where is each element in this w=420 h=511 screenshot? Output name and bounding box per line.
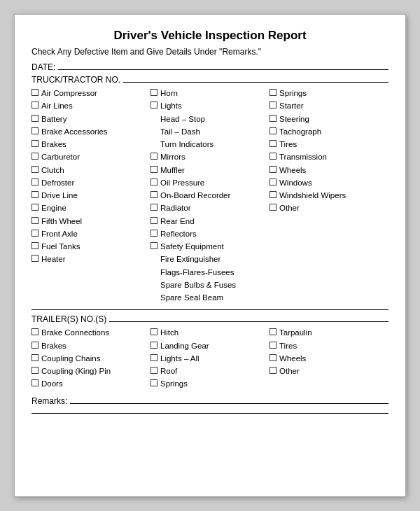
truck-col2: HornLightsHead – StopTail – DashTurn Ind… bbox=[150, 88, 270, 304]
checkbox[interactable] bbox=[150, 89, 158, 96]
checkbox[interactable] bbox=[31, 140, 38, 147]
list-item: Turn Indicators bbox=[150, 139, 270, 150]
list-item: On-Board Recorder bbox=[150, 190, 270, 202]
item-label: Air Compressor bbox=[41, 88, 97, 99]
checkbox[interactable] bbox=[31, 102, 38, 108]
checkbox[interactable] bbox=[150, 204, 158, 211]
list-item: Doors bbox=[31, 378, 150, 390]
checkbox[interactable] bbox=[150, 230, 158, 237]
list-item: Starter bbox=[270, 100, 388, 112]
checkbox[interactable] bbox=[31, 127, 38, 134]
list-item: Springs bbox=[150, 378, 270, 390]
item-label: Landing Gear bbox=[160, 340, 209, 352]
checkbox[interactable] bbox=[270, 342, 276, 349]
checkbox[interactable] bbox=[150, 102, 158, 108]
checkbox[interactable] bbox=[270, 166, 276, 173]
checkbox[interactable] bbox=[31, 354, 38, 361]
list-item: Windshield Wipers bbox=[270, 190, 388, 202]
list-item: Defroster bbox=[31, 177, 150, 189]
checkbox[interactable] bbox=[150, 217, 158, 224]
checkbox[interactable] bbox=[31, 178, 38, 186]
checkbox[interactable] bbox=[270, 204, 276, 211]
checkbox[interactable] bbox=[31, 217, 38, 224]
item-label: Tires bbox=[279, 139, 297, 150]
checkbox[interactable] bbox=[31, 342, 38, 349]
list-item: Flags-Flares-Fusees bbox=[150, 267, 270, 279]
item-label: Springs bbox=[160, 378, 188, 390]
item-label: On-Board Recorder bbox=[160, 190, 230, 202]
checkbox[interactable] bbox=[31, 255, 38, 262]
list-item: Head – Stop bbox=[150, 113, 270, 125]
checkbox[interactable] bbox=[270, 354, 276, 361]
checkbox[interactable] bbox=[270, 191, 276, 198]
bottom-divider bbox=[31, 413, 388, 414]
checkbox[interactable] bbox=[31, 191, 38, 198]
list-item: Wheels bbox=[270, 164, 388, 176]
item-label: Radiator bbox=[160, 202, 190, 214]
checkbox[interactable] bbox=[270, 153, 276, 160]
checkbox[interactable] bbox=[31, 89, 38, 96]
checkbox[interactable] bbox=[31, 166, 38, 173]
checkbox[interactable] bbox=[150, 191, 158, 198]
checkbox[interactable] bbox=[31, 328, 38, 335]
list-item: Fire Extinguisher bbox=[150, 253, 270, 265]
list-item: Tires bbox=[270, 139, 388, 150]
checkbox[interactable] bbox=[150, 379, 158, 386]
list-item: Brakes bbox=[31, 340, 150, 352]
list-item: Other bbox=[270, 202, 388, 214]
checkbox[interactable] bbox=[31, 242, 38, 249]
list-item: Transmission bbox=[270, 151, 388, 163]
list-item: Hitch bbox=[150, 327, 270, 339]
checkbox[interactable] bbox=[31, 230, 38, 237]
item-label: Battery bbox=[41, 113, 66, 125]
checkbox[interactable] bbox=[270, 328, 276, 335]
item-label: Fifth Wheel bbox=[41, 216, 82, 227]
checkbox[interactable] bbox=[270, 367, 276, 374]
checkbox[interactable] bbox=[31, 379, 38, 386]
item-label: Rear End bbox=[160, 216, 195, 227]
item-label: Windshield Wipers bbox=[279, 190, 346, 202]
trailer-checklist: Brake ConnectionsBrakesCoupling ChainsCo… bbox=[31, 327, 388, 390]
item-label: Clutch bbox=[41, 164, 64, 176]
checkbox[interactable] bbox=[31, 204, 38, 211]
list-item: Tachograph bbox=[270, 126, 388, 138]
item-label: Carburetor bbox=[41, 151, 80, 163]
item-label: Tail – Dash bbox=[160, 126, 200, 138]
item-label: Lights bbox=[160, 100, 182, 112]
checkbox[interactable] bbox=[150, 166, 158, 173]
checkbox[interactable] bbox=[31, 367, 38, 374]
checkbox[interactable] bbox=[270, 89, 276, 96]
item-label: Coupling Chains bbox=[41, 353, 100, 365]
date-field: DATE: bbox=[31, 62, 388, 72]
item-label: Spare Bulbs & Fuses bbox=[160, 279, 236, 291]
checkbox[interactable] bbox=[31, 153, 38, 160]
checkbox[interactable] bbox=[270, 127, 276, 134]
item-label: Spare Seal Beam bbox=[160, 292, 223, 304]
list-item: Roof bbox=[150, 365, 270, 377]
checkbox[interactable] bbox=[150, 367, 158, 374]
checkbox[interactable] bbox=[270, 102, 276, 108]
checkbox[interactable] bbox=[150, 178, 158, 186]
list-item: Fifth Wheel bbox=[31, 216, 150, 227]
checkbox[interactable] bbox=[270, 178, 276, 186]
list-item: Windows bbox=[270, 177, 388, 189]
list-item: Heater bbox=[31, 253, 150, 265]
checkbox[interactable] bbox=[270, 140, 276, 147]
item-label: Wheels bbox=[279, 164, 306, 176]
list-item: Landing Gear bbox=[150, 340, 270, 352]
list-item: Engine bbox=[31, 202, 150, 214]
list-item: Drive Line bbox=[31, 190, 150, 202]
checkbox[interactable] bbox=[150, 354, 158, 361]
item-label: Other bbox=[279, 202, 300, 214]
item-label: Air Lines bbox=[41, 100, 73, 112]
checkbox[interactable] bbox=[150, 328, 158, 335]
checkbox[interactable] bbox=[270, 115, 276, 122]
trailer-col2: HitchLanding GearLights – AllRoofSprings bbox=[150, 327, 270, 390]
checkbox[interactable] bbox=[150, 242, 158, 249]
list-item: Battery bbox=[31, 113, 150, 125]
checkbox[interactable] bbox=[150, 153, 158, 160]
checkbox[interactable] bbox=[150, 342, 158, 349]
checkbox[interactable] bbox=[31, 115, 38, 122]
item-label: Muffler bbox=[160, 164, 185, 176]
trailer-section: TRAILER(S) NO.(S) Brake ConnectionsBrake… bbox=[31, 314, 388, 390]
